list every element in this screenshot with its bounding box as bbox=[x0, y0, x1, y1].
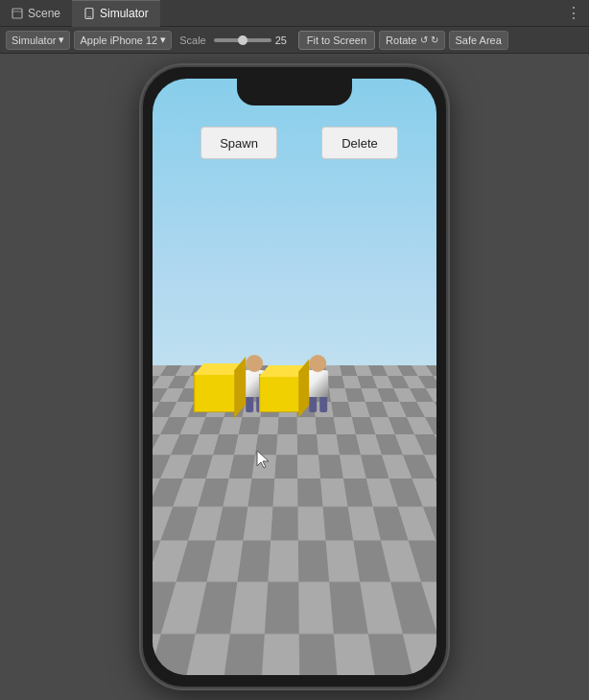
device-label: Apple iPhone 12 bbox=[80, 35, 157, 46]
safe-area-label: Safe Area bbox=[456, 35, 502, 46]
phone-screen: Spawn Delete bbox=[153, 79, 436, 675]
char-1-head bbox=[246, 355, 263, 372]
device-dropdown[interactable]: Apple iPhone 12 ▾ bbox=[74, 31, 172, 50]
cube-1 bbox=[194, 372, 238, 412]
char-2-legs bbox=[309, 397, 327, 412]
tab-scene-label: Scene bbox=[28, 7, 60, 20]
cube-2 bbox=[259, 374, 301, 412]
toolbar: Simulator ▾ Apple iPhone 12 ▾ Scale 25 F… bbox=[0, 27, 589, 54]
screen-content: Spawn Delete bbox=[153, 79, 436, 675]
tab-options-menu[interactable]: ⋮ bbox=[566, 4, 589, 22]
delete-button-label: Delete bbox=[342, 136, 378, 151]
scale-value: 25 bbox=[275, 35, 294, 46]
svg-rect-0 bbox=[12, 9, 22, 18]
rotate-icon: ↺ bbox=[420, 35, 428, 45]
joystick-arrows: ▲ ▼ ◀ ▶ bbox=[273, 602, 316, 644]
main-area: Spawn Delete bbox=[0, 54, 589, 700]
scale-label: Scale bbox=[176, 35, 210, 46]
char-2-head bbox=[309, 355, 326, 372]
tab-simulator-label: Simulator bbox=[100, 7, 149, 20]
joystick-outer: ▲ ▼ ◀ ▶ bbox=[271, 600, 318, 646]
joystick-left-arrow: ◀ bbox=[276, 619, 282, 627]
spawn-button-label: Spawn bbox=[220, 136, 258, 151]
scene-icon bbox=[12, 8, 23, 19]
rotate-right-icon: ↻ bbox=[431, 35, 438, 45]
char-2-body bbox=[307, 370, 328, 397]
char-2-leg-left bbox=[309, 397, 317, 412]
joystick[interactable]: ▲ ▼ ◀ ▶ bbox=[271, 600, 318, 646]
delete-button[interactable]: Delete bbox=[321, 127, 398, 159]
character-2 bbox=[307, 355, 328, 412]
tab-bar: Scene Simulator ⋮ bbox=[0, 0, 589, 27]
simulator-icon bbox=[83, 8, 95, 19]
scale-slider-thumb bbox=[238, 35, 247, 45]
svg-rect-2 bbox=[87, 17, 91, 18]
simulator-chevron-icon: ▾ bbox=[59, 34, 64, 46]
tab-scene[interactable]: Scene bbox=[0, 0, 72, 27]
cube-2-side bbox=[298, 360, 309, 418]
fit-to-screen-button[interactable]: Fit to Screen bbox=[298, 31, 375, 50]
joystick-down-arrow: ▼ bbox=[291, 634, 298, 642]
spawn-button[interactable]: Spawn bbox=[200, 127, 277, 159]
simulator-dropdown-label: Simulator bbox=[12, 35, 56, 46]
safe-area-button[interactable]: Safe Area bbox=[449, 31, 508, 50]
joystick-right-arrow: ▶ bbox=[307, 619, 313, 627]
simulator-dropdown[interactable]: Simulator ▾ bbox=[6, 31, 70, 50]
char-1-leg-left bbox=[246, 397, 253, 412]
phone-frame: Spawn Delete bbox=[141, 65, 448, 688]
rotate-label: Rotate bbox=[386, 35, 416, 46]
rotate-button[interactable]: Rotate ↺ ↻ bbox=[379, 31, 444, 50]
phone-notch bbox=[237, 79, 352, 105]
cursor-icon bbox=[255, 449, 274, 470]
tab-simulator[interactable]: Simulator bbox=[72, 0, 160, 27]
cursor bbox=[255, 449, 274, 468]
device-chevron-icon: ▾ bbox=[160, 34, 166, 46]
char-2-leg-right bbox=[319, 397, 327, 412]
scale-slider[interactable] bbox=[214, 38, 271, 42]
joystick-up-arrow: ▲ bbox=[291, 605, 298, 613]
